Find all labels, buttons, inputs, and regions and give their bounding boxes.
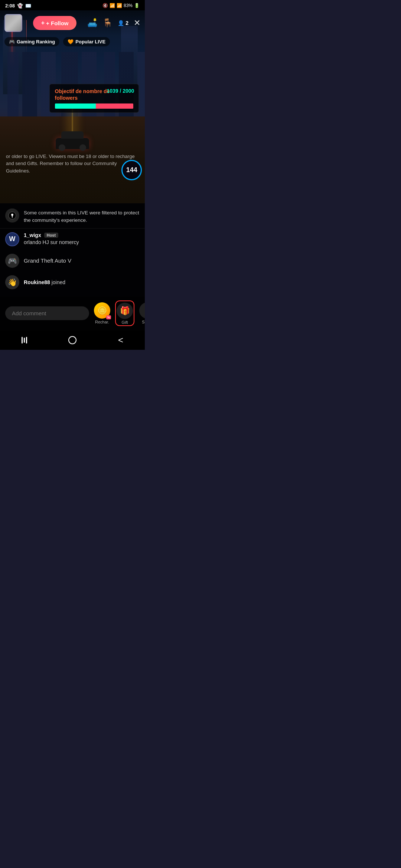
recharge-label: Rechar. xyxy=(95,320,109,324)
coin-percent: % xyxy=(106,315,111,319)
popular-live-tag[interactable]: 🧡 Popular LIVE xyxy=(63,37,110,46)
host-username: 1_wigx xyxy=(24,232,41,238)
home-circle-icon xyxy=(68,336,76,344)
speed-value: 144 xyxy=(126,166,137,174)
recharge-button[interactable]: 🪙 % Rechar. xyxy=(93,302,111,324)
coin-icon: 🪙 % xyxy=(94,302,110,319)
back-icon: < xyxy=(118,335,123,345)
close-icon[interactable]: ✕ xyxy=(134,18,140,28)
join-text: Roukine88 joined xyxy=(24,279,65,285)
gift-icon: 🎁 xyxy=(117,303,133,319)
heart-emoji: 🧡 xyxy=(68,39,74,45)
gift-button[interactable]: 🎁 Gift xyxy=(115,300,134,326)
video-stream: + + Follow 🛋️ 🪑 👤 2 ✕ 🎮 Gaming Ranking 🧡… xyxy=(0,10,145,203)
sofa-icon-1[interactable]: 🛋️ xyxy=(87,18,97,28)
game-info-message: 🎮 Grand Theft Auto V xyxy=(0,250,145,272)
share-icon xyxy=(139,302,145,319)
wifi-icon: 📶 xyxy=(110,3,115,8)
gaming-label: Gaming Ranking xyxy=(17,39,55,45)
join-action-text: joined xyxy=(52,279,65,285)
bottom-action-bar: 🪙 % Rechar. 🎁 Gift Share xyxy=(0,297,145,331)
gaming-ranking-tag[interactable]: 🎮 Gaming Ranking xyxy=(4,37,59,46)
home-button[interactable] xyxy=(64,332,81,348)
comment-input[interactable] xyxy=(5,306,89,320)
host-username-row: 1_wigx Host xyxy=(24,232,140,238)
sofa-icon-2[interactable]: 🪑 xyxy=(102,18,113,28)
battery-text: 83% xyxy=(124,3,133,8)
mute-icon: 🔇 xyxy=(102,3,108,8)
svg-point-1 xyxy=(12,217,13,218)
host-badge: Host xyxy=(44,233,58,238)
share-button[interactable]: Share xyxy=(138,302,145,324)
time-display: 2:08 xyxy=(5,3,15,9)
filter-notice-text: Some comments in this LIVE were filtered… xyxy=(24,208,140,224)
viewer-count: 👤 2 xyxy=(118,20,128,26)
follow-plus-icon: + xyxy=(41,20,45,26)
follow-label: + Follow xyxy=(46,20,68,26)
ghost-icon: 👻 xyxy=(17,3,23,9)
battery-icon: 🔋 xyxy=(134,3,140,8)
host-avatar: W xyxy=(5,232,19,246)
goal-current: 1039 xyxy=(107,88,118,94)
age-warning-text: or older to go LIVE. Viewers must be 18 … xyxy=(6,154,135,174)
streamer-avatar[interactable] xyxy=(4,14,22,32)
status-left: 2:08 👻 ✉️ xyxy=(5,3,31,9)
share-label: Share xyxy=(142,320,145,324)
signal-icon: 📶 xyxy=(117,3,122,8)
host-message-text: orlando HJ sur nomercy xyxy=(24,239,140,246)
follower-goal-overlay: Objectif de nombre de followers 1039 / 2… xyxy=(49,84,139,113)
navigation-bar: < xyxy=(0,331,145,350)
status-right: 🔇 📶 📶 83% 🔋 xyxy=(102,3,140,8)
stream-header: + + Follow 🛋️ 🪑 👤 2 ✕ xyxy=(0,10,145,36)
header-right-icons: 🛋️ 🪑 👤 2 ✕ xyxy=(87,18,140,28)
follow-button[interactable]: + + Follow xyxy=(33,16,77,30)
goal-bar-remaining xyxy=(96,103,134,109)
game-name: Grand Theft Auto V xyxy=(24,257,71,264)
game-icon: 🎮 xyxy=(5,254,19,268)
gift-label: Gift xyxy=(121,320,128,325)
ranking-tags: 🎮 Gaming Ranking 🧡 Popular LIVE xyxy=(0,37,145,46)
popular-label: Popular LIVE xyxy=(75,39,105,45)
avatar-blur xyxy=(4,14,22,32)
status-bar: 2:08 👻 ✉️ 🔇 📶 📶 83% 🔋 xyxy=(0,0,145,10)
goal-total: 2000 xyxy=(123,88,134,94)
recents-button[interactable] xyxy=(16,332,32,348)
chat-filter-notice: Some comments in this LIVE were filtered… xyxy=(0,203,145,228)
viewer-number: 2 xyxy=(125,20,128,26)
person-icon: 👤 xyxy=(118,20,124,26)
goal-progress-bar xyxy=(55,103,134,109)
host-chat-content: 1_wigx Host orlando HJ sur nomercy xyxy=(24,232,140,246)
join-message: 👋 Roukine88 joined xyxy=(0,272,145,293)
goal-bar-filled xyxy=(55,103,96,109)
join-avatar: 👋 xyxy=(5,275,19,289)
goal-count: 1039 / 2000 xyxy=(107,88,134,94)
car xyxy=(56,138,89,149)
back-button[interactable]: < xyxy=(113,332,129,348)
host-avatar-letter: W xyxy=(9,235,16,243)
gaming-emoji: 🎮 xyxy=(9,39,15,45)
mail-icon: ✉️ xyxy=(25,3,31,9)
speed-indicator: 144 xyxy=(121,160,142,180)
chat-area: Some comments in this LIVE were filtered… xyxy=(0,203,145,297)
host-chat-message: W 1_wigx Host orlando HJ sur nomercy xyxy=(0,228,145,250)
tiktok-notice-avatar xyxy=(5,208,19,223)
join-username: Roukine88 xyxy=(24,279,50,285)
